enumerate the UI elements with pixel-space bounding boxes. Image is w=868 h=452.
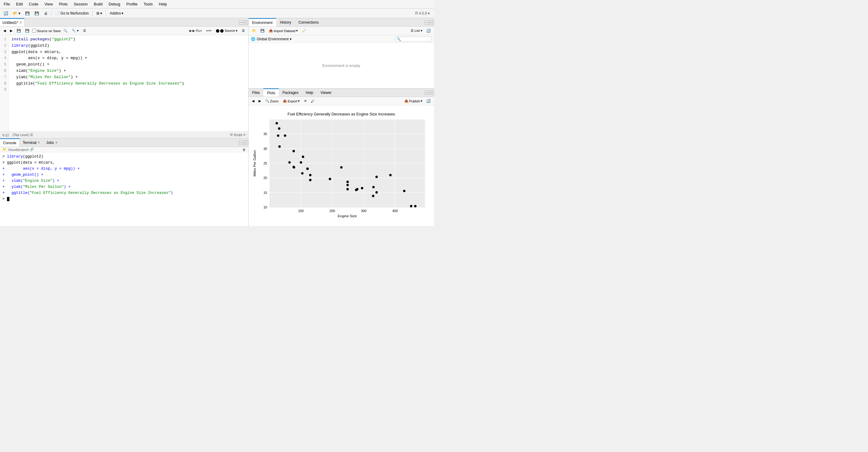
import-dataset-button[interactable]: 📥 Import Dataset ▾: [267, 28, 300, 33]
menu-view[interactable]: View: [43, 1, 54, 7]
run-button[interactable]: ▶ ▶ Run: [188, 28, 204, 33]
global-env-bar: 🌐 Global Environment ▾: [249, 35, 434, 43]
environment-tab[interactable]: Environment: [249, 18, 276, 26]
plots-tab-bar: Files Plots Packages Help Viewer — □: [249, 89, 434, 97]
open-file-button[interactable]: 📂 ▾: [11, 10, 22, 17]
menu-edit[interactable]: Edit: [15, 1, 24, 7]
terminal-tab-close-icon[interactable]: ✕: [38, 141, 40, 144]
env-maximize-button[interactable]: □: [430, 20, 434, 25]
jobs-tab[interactable]: Jobs ✕: [43, 138, 60, 147]
data-point-1: [306, 167, 309, 170]
addins-label: Addins: [110, 11, 121, 15]
plots-maximize-button[interactable]: □: [430, 91, 434, 95]
editor-tab-untitled1[interactable]: Untitled1* ✕: [0, 18, 25, 26]
left-panel: Untitled1* ✕ — □ ◀ ▶ 💾 💾 Source on Save …: [0, 18, 249, 226]
menu-plots[interactable]: Plots: [58, 1, 69, 7]
undo-button[interactable]: ◀: [2, 28, 7, 33]
save-file-button[interactable]: 💾: [23, 10, 32, 17]
publish-chevron-icon: ▾: [421, 99, 423, 103]
console-minimize-button[interactable]: —: [239, 140, 243, 145]
menu-debug[interactable]: Debug: [107, 1, 121, 7]
menu-session[interactable]: Session: [72, 1, 89, 7]
code-lines[interactable]: install.packages("ggplot2") library(ggpl…: [9, 35, 248, 131]
menu-build[interactable]: Build: [93, 1, 104, 7]
menu-file[interactable]: File: [2, 1, 11, 7]
console-line-7: + ggtitle("Fuel Efficiency Generally Dec…: [2, 190, 246, 196]
menu-tools[interactable]: Tools: [143, 1, 154, 7]
connections-tab[interactable]: Connections: [295, 18, 322, 26]
data-point-27: [284, 134, 286, 137]
plots-back-button[interactable]: ◀: [250, 98, 256, 104]
grid-button[interactable]: ⊞ ▾: [95, 10, 104, 17]
data-point-2: [288, 161, 291, 164]
zoom-button[interactable]: 🔍 Zoom: [264, 98, 280, 104]
global-env-label[interactable]: Global Environment ▾: [257, 37, 291, 41]
editor-maximize-button[interactable]: □: [244, 20, 248, 25]
env-minimize-button[interactable]: —: [425, 20, 429, 25]
save-editor-button[interactable]: 💾: [15, 28, 23, 33]
menu-profile[interactable]: Profile: [125, 1, 139, 7]
search-button[interactable]: 🔍: [62, 28, 69, 33]
save-all-editor-button[interactable]: 💾: [24, 28, 31, 33]
goto-file-button[interactable]: 📄 Go to file/function: [53, 10, 90, 17]
env-open-button[interactable]: 📁: [250, 28, 258, 33]
export-button[interactable]: 📤 Export ▾: [281, 98, 301, 104]
publish-button[interactable]: 📤 Publish ▾: [403, 98, 424, 104]
editor-content[interactable]: 12345 6789 install.packages("ggplot2") l…: [0, 35, 248, 131]
env-search-input[interactable]: [395, 37, 432, 41]
files-tab[interactable]: Files: [249, 89, 264, 97]
compile-button[interactable]: ☰: [82, 28, 88, 33]
env-clear-button[interactable]: 🧹: [301, 28, 308, 33]
editor-minimize-button[interactable]: —: [239, 20, 243, 25]
jobs-tab-close-icon[interactable]: ✕: [55, 141, 58, 144]
menu-code[interactable]: Code: [28, 1, 39, 7]
terminal-tab[interactable]: Terminal ✕: [20, 138, 43, 147]
history-tab[interactable]: History: [276, 18, 294, 26]
console-line-3: + aes(x = disp, y = mpg)) +: [2, 166, 246, 172]
plots-right-controls: 📤 Publish ▾ 🔄: [403, 98, 432, 104]
data-point-4: [375, 176, 378, 178]
goto-label: Go to file/function: [60, 11, 89, 15]
plots-refresh-button[interactable]: 🔄: [425, 98, 432, 104]
y-tick-30: 30: [264, 147, 267, 151]
editor-toolbar: ◀ ▶ 💾 💾 Source on Save 🔍 🔧 ▾ ☰ ▶ ▶ Run ↩…: [0, 27, 248, 35]
code-tools-button[interactable]: 🔧 ▾: [70, 28, 80, 33]
new-file-button[interactable]: 🔄: [2, 10, 10, 17]
list-view-button[interactable]: ☰ List ▾: [409, 28, 424, 33]
goto-icon: 📄: [55, 11, 60, 15]
console-maximize-button[interactable]: □: [244, 140, 248, 145]
save-all-button[interactable]: 💾: [33, 10, 41, 17]
redo-button[interactable]: ▶: [8, 28, 14, 33]
data-point-30: [355, 189, 357, 191]
plots-edit-button[interactable]: 🖊: [309, 99, 316, 104]
files-tab-label: Files: [252, 91, 260, 95]
x-tick-300: 300: [361, 209, 366, 213]
main-toolbar: 🔄 📂 ▾ 💾 💾 🖨 📄 Go to file/function ⊞ ▾ Ad…: [0, 8, 434, 18]
addins-button[interactable]: Addins ▾: [108, 10, 125, 17]
line-numbers: 12345 6789: [0, 35, 9, 131]
console-clear-button[interactable]: 🗑: [243, 148, 246, 152]
viewer-tab[interactable]: Viewer: [317, 89, 335, 97]
menu-help[interactable]: Help: [158, 1, 168, 7]
plots-forward-button[interactable]: ▶: [257, 98, 262, 104]
plots-minimize-button[interactable]: —: [425, 91, 429, 95]
console-tab[interactable]: Console: [0, 138, 20, 147]
print-button[interactable]: 🖨: [42, 10, 50, 17]
r-version-label[interactable]: R 4.0.0 ▾: [413, 11, 432, 15]
code-line-4: aes(x = disp, y = mpg)) +: [11, 55, 246, 62]
plots-tab[interactable]: Plots: [264, 89, 279, 97]
editor-tab-close-icon[interactable]: ✕: [20, 21, 22, 24]
console-content[interactable]: > library(ggplot2) > ggplot(data = mtcar…: [0, 152, 248, 226]
data-point-12: [346, 181, 349, 183]
source-button[interactable]: ⬤ ⬤ Source ▾: [214, 28, 239, 33]
packages-tab[interactable]: Packages: [279, 89, 302, 97]
help-tab[interactable]: Help: [302, 89, 317, 97]
editor-options-button[interactable]: ☰: [240, 28, 246, 33]
data-point-6: [375, 191, 378, 194]
editor-area: Untitled1* ✕ — □ ◀ ▶ 💾 💾 Source on Save …: [0, 18, 248, 138]
env-save-button[interactable]: 💾: [259, 28, 266, 33]
env-refresh-button[interactable]: 🔄: [425, 28, 432, 33]
plots-delete-button[interactable]: ✕: [303, 98, 308, 104]
source-on-save-checkbox[interactable]: [32, 29, 36, 33]
rerun-button[interactable]: ↩↩: [205, 28, 213, 33]
